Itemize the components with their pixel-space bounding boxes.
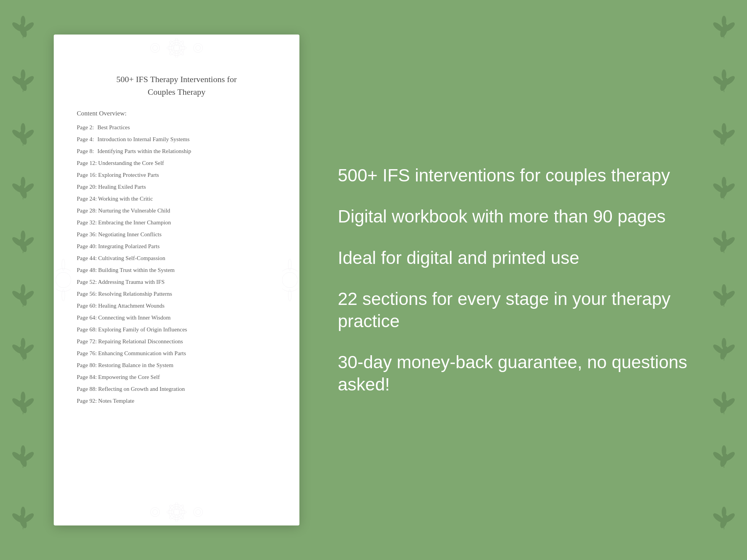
left-doc-ornament — [56, 242, 71, 318]
toc-page-num: Page 92: — [77, 397, 97, 405]
toc-item: Page 80: Restoring Balance in the System — [77, 361, 276, 369]
toc-item: Page 28: Nurturing the Vulnerable Child — [77, 207, 276, 215]
toc-item: Page 52: Addressing Trauma with IFS — [77, 278, 276, 286]
svg-point-110 — [178, 49, 185, 56]
toc-item: Page 48: Building Trust within the Syste… — [77, 266, 276, 274]
toc-item: Page 20: Healing Exiled Parts — [77, 183, 276, 191]
toc-page-num: Page 64: — [77, 314, 97, 322]
svg-point-102 — [174, 45, 180, 51]
feature-item-0: 500+ IFS interventions for couples thera… — [338, 165, 693, 187]
toc-title: Building Trust within the System — [98, 267, 175, 273]
toc-title: Identifying Parts within the Relationshi… — [98, 148, 191, 154]
svg-point-119 — [282, 268, 297, 292]
svg-point-104 — [175, 50, 178, 58]
toc-page-num: Page 4: — [77, 135, 96, 143]
toc-item: Page 92: Notes Template — [77, 397, 276, 405]
svg-point-125 — [174, 509, 180, 515]
toc-page-num: Page 28: — [77, 207, 97, 215]
toc-page-num: Page 72: — [77, 338, 97, 346]
left-floral-border — [0, 0, 46, 560]
svg-point-105 — [167, 46, 174, 49]
svg-point-120 — [282, 272, 297, 288]
right-floral-border — [701, 0, 747, 560]
toc-page-num: Page 56: — [77, 290, 97, 298]
toc-title: Addressing Trauma with IFS — [98, 279, 165, 285]
toc-item: Page 68: Exploring Family of Origin Infl… — [77, 326, 276, 334]
document-title: 500+ IFS Therapy Interventions for Coupl… — [77, 73, 276, 98]
toc-item: Page 84: Empowering the Core Self — [77, 373, 276, 381]
toc-item: Page 40: Integrating Polarized Parts — [77, 242, 276, 250]
svg-point-116 — [56, 272, 71, 288]
toc-page-num: Page 44: — [77, 254, 97, 262]
toc-page-num: Page 88: — [77, 385, 97, 393]
toc-page-num: Page 76: — [77, 349, 97, 357]
svg-point-133 — [178, 514, 185, 520]
toc-title: Empowering the Core Self — [98, 374, 160, 380]
toc-title: Reflecting on Growth and Integration — [98, 386, 185, 392]
svg-point-101 — [171, 43, 182, 54]
svg-point-106 — [179, 46, 186, 49]
toc-title: Introduction to Internal Family Systems — [98, 136, 190, 142]
toc-page-num: Page 48: — [77, 266, 97, 274]
svg-point-111 — [150, 43, 160, 53]
svg-point-109 — [169, 49, 175, 56]
svg-point-126 — [175, 502, 178, 510]
toc-item: Page 88: Reflecting on Growth and Integr… — [77, 385, 276, 393]
toc-item: Page 24: Working with the Critic — [77, 195, 276, 203]
mandala-bottom-decoration — [146, 502, 207, 522]
toc-title: Resolving Relationship Patterns — [98, 291, 172, 297]
toc-title: Cultivating Self-Compassion — [98, 255, 165, 261]
toc-item: Page 64: Connecting with Inner Wisdom — [77, 314, 276, 322]
svg-point-103 — [175, 38, 178, 46]
svg-point-107 — [169, 40, 175, 47]
toc-title: Integrating Polarized Parts — [98, 243, 160, 249]
document-card: 500+ IFS Therapy Interventions for Coupl… — [54, 35, 299, 525]
toc-item: Page 16: Exploring Protective Parts — [77, 171, 276, 179]
toc-title: Understanding the Core Self — [98, 160, 164, 166]
toc-title: Restoring Balance in the System — [98, 362, 174, 368]
toc-title: Notes Template — [98, 398, 134, 404]
svg-point-115 — [56, 268, 71, 292]
toc-page-num: Page 24: — [77, 195, 97, 203]
toc-title: Best Practices — [98, 124, 130, 130]
mandala-top-decoration — [146, 38, 207, 58]
svg-point-129 — [179, 511, 186, 514]
toc-item: Page 32: Embracing the Inner Champion — [77, 219, 276, 227]
toc-page-num: Page 20: — [77, 183, 97, 191]
svg-point-131 — [178, 504, 185, 511]
svg-point-108 — [178, 40, 185, 47]
svg-point-130 — [169, 504, 175, 511]
toc-title: Healing Attachment Wounds — [98, 303, 165, 309]
toc-page-num: Page 16: — [77, 171, 97, 179]
main-content: 500+ IFS Therapy Interventions for Coupl… — [0, 0, 747, 560]
toc-page-num: Page 68: — [77, 326, 97, 334]
toc-item: Page 4: Introduction to Internal Family … — [77, 135, 276, 143]
toc-title: Repairing Relational Disconnections — [98, 338, 183, 344]
toc-item: Page 36: Negotiating Inner Conflicts — [77, 231, 276, 239]
toc-title: Healing Exiled Parts — [98, 184, 146, 190]
svg-point-113 — [193, 43, 203, 53]
toc-item: Page 12: Understanding the Core Self — [77, 159, 276, 167]
toc-title: Enhancing Communication with Parts — [98, 350, 186, 356]
svg-point-132 — [169, 514, 175, 520]
toc-title: Negotiating Inner Conflicts — [98, 231, 162, 237]
toc-page-num: Page 36: — [77, 231, 97, 239]
svg-point-114 — [196, 46, 201, 51]
toc-title: Connecting with Inner Wisdom — [98, 315, 171, 321]
feature-item-3: 22 sections for every stage in your ther… — [338, 288, 693, 332]
toc-item: Page 2: Best Practices — [77, 124, 276, 132]
toc-title: Working with the Critic — [98, 196, 153, 202]
toc-page-num: Page 84: — [77, 373, 97, 381]
toc-item: Page 72: Repairing Relational Disconnect… — [77, 338, 276, 346]
toc-page-num: Page 12: — [77, 159, 97, 167]
toc-item: Page 56: Resolving Relationship Patterns — [77, 290, 276, 298]
svg-point-127 — [175, 514, 178, 522]
toc-title: Exploring Protective Parts — [98, 172, 159, 178]
svg-point-136 — [193, 507, 203, 517]
toc-title: Exploring Family of Origin Influences — [98, 326, 187, 333]
svg-point-137 — [196, 510, 201, 515]
feature-item-1: Digital workbook with more than 90 pages — [338, 206, 693, 228]
svg-point-128 — [167, 511, 174, 514]
toc-page-num: Page 80: — [77, 361, 97, 369]
toc-item: Page 76: Enhancing Communication with Pa… — [77, 349, 276, 357]
